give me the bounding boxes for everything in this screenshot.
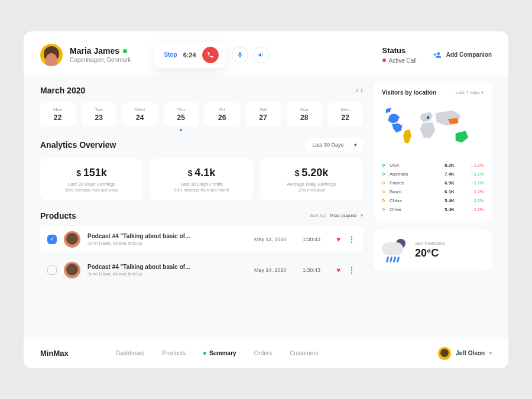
change: ↓ 1.2% — [466, 190, 484, 194]
footer-avatar — [438, 347, 451, 360]
nav-summary[interactable]: Summary — [203, 350, 236, 356]
change: ↑ 1.2% — [466, 172, 484, 176]
products-header: Products Sort by:Most popular▾ — [40, 211, 363, 220]
location-dot — [382, 190, 385, 193]
calendar-prev[interactable]: ‹ — [356, 86, 358, 95]
user-avatar[interactable] — [40, 44, 63, 66]
product-checkbox[interactable] — [47, 265, 57, 275]
status-value: Active Call — [382, 57, 417, 64]
locations-list: USA8.2K↓ 1.2% Australia7.4K↑ 1.2% France… — [382, 161, 484, 214]
visitors-panel: Visitors by location Last 7 days ▾ — [374, 81, 492, 221]
product-info: Podcast #4 "Talking about basic of... Jo… — [87, 233, 247, 246]
add-user-icon — [433, 51, 442, 59]
calendar-title: March 2020 — [40, 86, 85, 95]
weather-icon — [382, 238, 407, 262]
location-row: China5.4K↑ 1.2% — [382, 196, 484, 205]
product-row[interactable]: ✓ Podcast #4 "Talking about basic of... … — [40, 226, 363, 252]
product-info: Podcast #4 "Talking about basic of... Jo… — [87, 264, 247, 277]
visitors-title: Visitors by location — [382, 89, 436, 96]
online-dot — [123, 49, 127, 53]
footer: MinMax Dashboard Products Summary Orders… — [24, 339, 508, 368]
world-map — [382, 102, 484, 155]
change: ↓ 1.2% — [466, 207, 484, 212]
nav-dashboard[interactable]: Dashboard — [116, 350, 145, 356]
analytics-header: Analytics Overview Last 30 Days▾ — [40, 138, 363, 151]
call-timer: 6:24 — [183, 51, 196, 59]
location-dot — [382, 173, 385, 176]
hangup-button[interactable] — [202, 47, 219, 63]
header: Maria James Copenhagen, Denmark Stop 6:2… — [24, 31, 508, 75]
heart-icon[interactable]: ♥ — [336, 266, 340, 274]
call-controls: Stop 6:24 — [154, 42, 225, 68]
product-avatar — [64, 231, 80, 248]
location-row: USA8.2K↓ 1.2% — [382, 161, 484, 170]
weather-city: San Francisco — [415, 241, 445, 246]
speaker-button[interactable] — [253, 47, 270, 63]
currency: $ — [76, 168, 83, 178]
mic-button[interactable] — [232, 47, 248, 63]
change: ↓ 1.2% — [466, 163, 484, 167]
product-checkbox[interactable]: ✓ — [47, 235, 57, 244]
day-cell[interactable]: Sun28 — [287, 102, 322, 126]
day-cell[interactable]: Thu25 — [164, 102, 199, 126]
calendar-days: Mon22 Tue23 Wed24 Thu25 Fri26 Sat27 Sun2… — [40, 102, 363, 126]
analytics-card: $ 4.1k Last 30 Days Profits 50% Increase… — [150, 158, 253, 200]
products-list: ✓ Podcast #4 "Talking about basic of... … — [40, 226, 363, 283]
footer-nav: Dashboard Products Summary Orders Custom… — [116, 350, 319, 356]
nav-customers[interactable]: Customers — [290, 350, 318, 356]
analytics-cards: $ 151k Last 30 Days Earnings 50% Increas… — [40, 158, 363, 200]
day-cell[interactable]: Mon22 — [40, 102, 76, 126]
user-name: Maria James — [70, 46, 131, 56]
chevron-down-icon: ▾ — [361, 213, 363, 218]
day-cell[interactable]: Mon22 — [328, 102, 364, 126]
add-companion-button[interactable]: Add Companion — [433, 51, 492, 59]
analytics-range-dropdown[interactable]: Last 30 Days▾ — [306, 138, 363, 151]
user-location: Copenhagen, Denmark — [70, 57, 131, 63]
change: ↑ 1.2% — [466, 199, 484, 203]
location-row: Australia7.4K↑ 1.2% — [382, 170, 484, 179]
analytics-card: $ 151k Last 30 Days Earnings 50% Increas… — [40, 158, 143, 200]
sort-dropdown[interactable]: Sort by:Most popular▾ — [310, 213, 363, 218]
location-row: Brazil6.1K↓ 1.2% — [382, 187, 484, 196]
products-title: Products — [40, 211, 76, 220]
location-row: France6.9K↑ 1.2% — [382, 179, 484, 187]
day-cell[interactable]: Tue23 — [82, 102, 117, 126]
calendar-header: March 2020 ‹ › — [40, 86, 363, 95]
status-title: Status — [382, 46, 417, 55]
chevron-down-icon: ▾ — [489, 351, 492, 356]
product-row[interactable]: Podcast #4 "Talking about basic of... Jo… — [40, 257, 363, 283]
product-date: May 14, 2020 — [254, 236, 296, 242]
location-dot — [382, 199, 385, 202]
calendar-next[interactable]: › — [361, 86, 363, 95]
weather-panel: San Francisco 20°C — [374, 229, 492, 271]
pause-button[interactable]: Stop — [161, 51, 177, 58]
location-dot — [382, 208, 385, 211]
day-cell[interactable]: Wed24 — [122, 102, 158, 126]
location-dot — [382, 181, 385, 184]
location-row: Other5.4K↓ 1.2% — [382, 205, 484, 214]
analytics-title: Analytics Overview — [40, 140, 116, 150]
day-cell[interactable]: Sat27 — [246, 102, 281, 126]
active-dot — [203, 352, 206, 355]
analytics-card: $ 5.20k Average Daily Earnings 10% Incre… — [260, 158, 363, 200]
more-icon[interactable]: ⋮ — [348, 265, 356, 275]
visitors-range-dropdown[interactable]: Last 7 days ▾ — [456, 90, 484, 95]
day-cell[interactable]: Fri26 — [205, 102, 240, 126]
product-duration: 1:30:43 — [303, 267, 329, 273]
brand-logo[interactable]: MinMax — [40, 349, 69, 358]
user-info: Maria James Copenhagen, Denmark — [70, 46, 131, 63]
product-date: May 14, 2020 — [254, 267, 296, 273]
product-duration: 1:30:43 — [303, 236, 329, 242]
chevron-down-icon: ▾ — [354, 142, 357, 148]
footer-user[interactable]: Jeff Olson ▾ — [438, 347, 492, 360]
more-icon[interactable]: ⋮ — [348, 235, 356, 244]
status-box: Status Active Call — [382, 46, 417, 64]
change: ↑ 1.2% — [466, 181, 484, 185]
weather-temp: 20°C — [415, 247, 445, 259]
location-dot — [382, 164, 385, 167]
nav-products[interactable]: Products — [163, 350, 186, 356]
product-avatar — [64, 262, 80, 278]
heart-icon[interactable]: ♥ — [336, 235, 340, 244]
nav-orders[interactable]: Orders — [254, 350, 273, 356]
